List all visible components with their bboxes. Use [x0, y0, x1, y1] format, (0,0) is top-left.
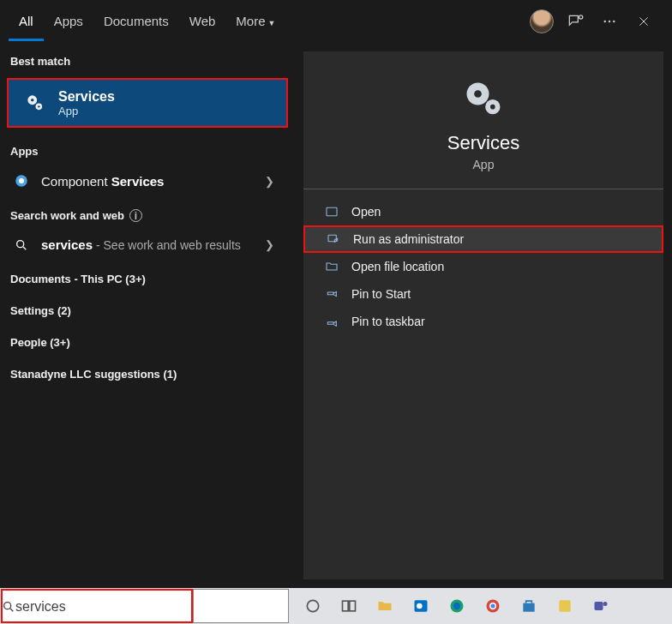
chevron-down-icon: ▼: [268, 19, 276, 27]
tab-more-label: More: [236, 14, 265, 28]
store-icon[interactable]: [513, 589, 544, 623]
services-large-icon: [460, 77, 507, 122]
action-label: Pin to Start: [351, 287, 411, 301]
svg-rect-20: [350, 601, 356, 611]
teams-icon[interactable]: [585, 589, 616, 623]
svg-rect-19: [343, 601, 349, 611]
section-search-web: Search work and web i: [0, 197, 295, 229]
action-open-location[interactable]: Open file location: [303, 253, 663, 280]
component-services-icon: [12, 173, 31, 189]
section-search-web-label: Search work and web: [10, 209, 124, 222]
svg-point-3: [613, 21, 615, 22]
admin-icon: [326, 232, 341, 246]
search-icon: [2, 600, 15, 614]
open-icon: [324, 205, 339, 219]
svg-point-27: [491, 604, 495, 609]
top-tab-bar: All Apps Documents Web More▼: [0, 0, 672, 43]
svg-rect-28: [559, 600, 570, 611]
user-avatar[interactable]: [530, 9, 554, 33]
notes-icon[interactable]: [549, 589, 580, 623]
info-icon[interactable]: i: [129, 209, 142, 222]
best-match-text: Services App: [58, 89, 115, 117]
preview-title: Services: [447, 132, 519, 154]
svg-point-24: [453, 603, 460, 609]
svg-point-9: [19, 178, 24, 183]
svg-point-7: [38, 105, 39, 107]
svg-point-17: [4, 602, 11, 609]
chevron-right-icon: ❯: [265, 175, 283, 188]
tab-web[interactable]: Web: [179, 2, 226, 41]
services-icon: [24, 92, 46, 114]
result-bold: Services: [111, 174, 165, 189]
svg-point-13: [474, 90, 482, 98]
action-label: Pin to taskbar: [351, 315, 425, 328]
file-explorer-icon[interactable]: [369, 589, 400, 623]
result-web-services[interactable]: services - See work and web results ❯: [0, 229, 295, 261]
best-match-title: Services: [58, 89, 115, 105]
action-list: Open Run as administrator Open file loca…: [303, 189, 663, 335]
result-suffix: - See work and web results: [93, 238, 241, 252]
result-bold: services: [41, 237, 93, 252]
svg-point-18: [307, 600, 318, 611]
folder-icon: [324, 260, 339, 273]
svg-rect-15: [327, 207, 337, 215]
section-documents[interactable]: Documents - This PC (3+): [0, 261, 295, 292]
edge-icon[interactable]: [441, 589, 472, 623]
section-settings[interactable]: Settings (2): [0, 292, 295, 324]
tab-more[interactable]: More▼: [225, 2, 285, 41]
svg-point-0: [579, 15, 583, 19]
svg-point-6: [31, 99, 33, 101]
taskbar: [0, 588, 672, 624]
preview-subtitle: App: [473, 158, 495, 171]
svg-point-14: [490, 105, 495, 110]
cortana-icon[interactable]: [297, 589, 328, 623]
section-best-match: Best match: [0, 43, 295, 75]
action-label: Open: [351, 205, 381, 219]
svg-point-1: [604, 21, 606, 22]
svg-point-2: [609, 21, 610, 22]
action-pin-start[interactable]: Pin to Start: [303, 280, 663, 308]
action-label: Open file location: [351, 260, 444, 273]
results-panel: Best match Services App Apps Component S…: [0, 43, 295, 588]
section-people[interactable]: People (3+): [0, 324, 295, 356]
feedback-icon[interactable]: [562, 9, 588, 34]
chrome-icon[interactable]: [477, 589, 508, 623]
preview-header: Services App: [303, 51, 663, 189]
taskbar-filter-box[interactable]: [193, 589, 289, 623]
svg-point-30: [603, 602, 608, 606]
svg-point-22: [417, 603, 423, 609]
tab-apps[interactable]: Apps: [44, 2, 93, 41]
more-options-icon[interactable]: [597, 9, 622, 34]
action-open[interactable]: Open: [303, 198, 663, 225]
tab-documents[interactable]: Documents: [93, 2, 179, 41]
result-component-services[interactable]: Component Services ❯: [0, 165, 295, 197]
section-suggestions[interactable]: Stanadyne LLC suggestions (1): [0, 356, 295, 387]
result-prefix: Component: [41, 174, 111, 189]
result-label: services - See work and web results: [41, 237, 241, 252]
close-icon[interactable]: [631, 9, 657, 34]
task-view-icon[interactable]: [333, 589, 364, 623]
action-run-as-admin[interactable]: Run as administrator: [303, 225, 663, 253]
outlook-icon[interactable]: [405, 589, 436, 623]
svg-rect-29: [595, 602, 603, 610]
svg-point-10: [17, 240, 24, 247]
section-apps: Apps: [0, 133, 295, 165]
search-icon: [12, 238, 31, 252]
tab-all[interactable]: All: [9, 2, 44, 41]
best-match-result[interactable]: Services App: [7, 78, 288, 128]
action-label: Run as administrator: [353, 232, 464, 246]
action-pin-taskbar[interactable]: Pin to taskbar: [303, 308, 663, 335]
result-label: Component Services: [41, 174, 164, 189]
preview-panel: Services App Open Run as administrator: [303, 51, 663, 579]
chevron-right-icon: ❯: [265, 238, 283, 251]
search-input[interactable]: [15, 599, 192, 615]
pin-start-icon: [324, 287, 339, 301]
svg-rect-16: [328, 235, 336, 241]
best-match-subtitle: App: [58, 105, 115, 117]
pin-taskbar-icon: [324, 315, 339, 328]
taskbar-search[interactable]: [1, 589, 193, 623]
